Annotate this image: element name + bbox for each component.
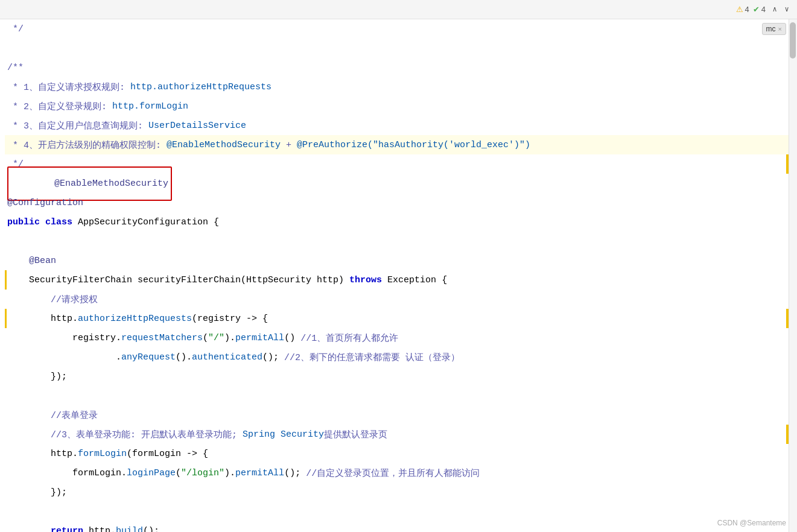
code-text: @Configuration (7, 198, 83, 208)
code-line: @Bean (5, 251, 789, 270)
code-text: * 1、自定义请求授权规则: (7, 81, 130, 93)
warning-count: 4 (745, 5, 749, 14)
code-line: /** (5, 58, 789, 77)
code-text: }); (7, 487, 67, 498)
code-line: * 2、自定义登录规则: http.formLogin (5, 97, 789, 116)
code-text (40, 217, 45, 227)
code-text: //表单登录 (7, 410, 98, 421)
code-text: . (7, 352, 121, 363)
code-line: public class AppSecurityConfiguration { (5, 212, 789, 232)
code-line (5, 502, 789, 521)
code-text: SecurityFilterChain securityFilterChain(… (7, 275, 349, 285)
code-text: (formLogin -> { (127, 449, 208, 459)
code-text: //2、剩下的任意请求都需要 认证（登录） (284, 352, 460, 363)
scrollbar-thumb[interactable] (790, 22, 796, 59)
code-text: formLogin (78, 449, 127, 459)
code-line (5, 232, 789, 251)
code-line: //请求授权 (5, 290, 789, 309)
code-line-annotation: @EnableMethodSecurity (5, 174, 789, 193)
code-text: @PreAuthorize("hasAuthority('world_exec'… (297, 140, 530, 150)
code-line: }); (5, 483, 789, 502)
mc-label: mc (766, 25, 776, 33)
code-line: formLogin.loginPage("/login").permitAll(… (5, 463, 789, 483)
code-text (7, 526, 51, 533)
code-text: ). (224, 333, 235, 343)
code-text: //自定义登录页位置，并且所有人都能访问 (306, 467, 480, 479)
code-text: authorizeHttpRequests (78, 314, 192, 324)
scrollbar[interactable] (789, 19, 797, 532)
check-badge: ✔ 4 (753, 5, 766, 14)
code-text: "/login" (181, 468, 224, 478)
code-text: http. (7, 449, 78, 459)
code-line: @Configuration (5, 193, 789, 212)
code-text: 提供默认登录页 (324, 429, 387, 440)
code-text: () (284, 333, 300, 343)
code-text: UserDetailsService (148, 121, 246, 131)
code-text: return (51, 526, 83, 533)
code-text: formLogin. (7, 468, 127, 478)
code-text: permitAll (235, 333, 284, 343)
code-text: Spring Security (243, 429, 324, 440)
code-line: .anyRequest().authenticated(); //2、剩下的任意… (5, 347, 789, 367)
code-text: http. (83, 526, 116, 533)
side-marker-2 (786, 309, 789, 328)
code-text: registry. (7, 333, 121, 343)
code-text: requestMatchers (121, 333, 203, 343)
close-icon[interactable]: × (778, 25, 782, 33)
code-text: + (281, 140, 297, 150)
code-text: ( (176, 468, 181, 478)
code-text: http.authorizeHttpRequests (130, 82, 271, 92)
code-line: }); (5, 367, 789, 386)
code-text: * 3、自定义用户信息查询规则: (7, 120, 148, 131)
arrow-down[interactable]: ∨ (781, 4, 792, 15)
nav-arrows[interactable]: ∧ ∨ (769, 4, 792, 15)
code-text: (); (284, 468, 306, 478)
check-count: 4 (761, 5, 766, 14)
code-text: permitAll (235, 468, 284, 478)
code-text: //请求授权 (7, 294, 98, 305)
mc-icon[interactable]: mc × (762, 23, 786, 35)
code-text: //3、表单登录功能: 开启默认表单登录功能; (7, 429, 243, 440)
code-text: Exception { (382, 275, 447, 285)
code-text: * 2、自定义登录规则: (7, 101, 112, 112)
code-line: //3、表单登录功能: 开启默认表单登录功能; Spring Security提… (5, 425, 789, 444)
warning-badge: ⚠ 4 (736, 5, 749, 14)
code-text: */ (7, 24, 24, 34)
code-text: AppSecurityConfiguration { (72, 217, 219, 227)
code-text: public (7, 217, 40, 227)
throws-keyword: throws (349, 275, 382, 285)
code-text: (); (262, 352, 284, 363)
side-marker-1 (786, 154, 789, 174)
code-line: * 1、自定义请求授权规则: http.authorizeHttpRequest… (5, 77, 789, 97)
code-text: http.formLogin (112, 101, 188, 112)
code-line (5, 39, 789, 58)
code-text: anyRequest (121, 352, 176, 363)
code-text: (); (143, 526, 159, 533)
code-text: authenticated (192, 352, 262, 363)
side-marker-3 (786, 425, 789, 444)
code-line: http.authorizeHttpRequests(registry -> { (5, 309, 789, 328)
code-text: (). (176, 352, 192, 363)
code-text: build (116, 526, 143, 533)
code-content: */ /** * 1、自定义请求授权规则: http.authorizeHttp… (0, 19, 789, 532)
code-text: http. (7, 314, 78, 324)
code-line: */ (5, 19, 789, 39)
code-line: http.formLogin(formLogin -> { (5, 444, 789, 463)
code-line: return http.build(); (5, 521, 789, 532)
arrow-up[interactable]: ∧ (769, 4, 780, 15)
code-line-method-decl: SecurityFilterChain securityFilterChain(… (5, 270, 789, 290)
code-line: //表单登录 (5, 405, 789, 425)
code-text: "/" (208, 333, 224, 343)
code-line: registry.requestMatchers("/").permitAll(… (5, 328, 789, 347)
code-text: loginPage (127, 468, 176, 478)
code-text: (registry -> { (192, 314, 268, 324)
code-text: @EnableMethodSecurity (54, 179, 168, 189)
code-text: }); (7, 372, 67, 382)
code-text: @EnableMethodSecurity (167, 140, 281, 150)
watermark: CSDN @Semanteme (717, 519, 786, 527)
code-line (5, 386, 789, 405)
code-text: * 4、开启方法级别的精确权限控制: (7, 139, 167, 151)
code-editor: ⚠ 4 ✔ 4 ∧ ∨ mc × */ /** * 1、自定义请求授权规则: h… (0, 0, 797, 532)
code-text: @Bean (7, 256, 56, 266)
code-line: * 3、自定义用户信息查询规则: UserDetailsService (5, 116, 789, 135)
